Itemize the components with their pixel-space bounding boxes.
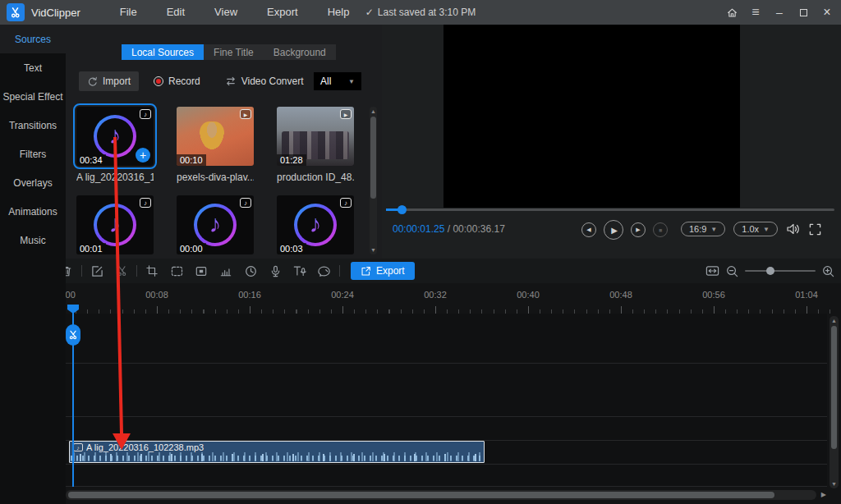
sources-panel: Local Sources Fine Title Background Impo… xyxy=(66,25,382,259)
duration-icon[interactable] xyxy=(238,261,263,281)
export-button[interactable]: Export xyxy=(351,262,415,280)
close-button[interactable]: × xyxy=(818,3,836,21)
convert-arrows-icon xyxy=(225,76,237,86)
menu-view[interactable]: View xyxy=(200,0,252,25)
play-button[interactable]: ▶ xyxy=(604,220,623,240)
menu-file[interactable]: File xyxy=(105,0,152,25)
fit-timeline-icon[interactable] xyxy=(705,265,719,277)
sidebar-item-music[interactable]: Music xyxy=(0,226,66,254)
sidebar-item-text[interactable]: Text xyxy=(0,53,66,82)
edit-clip-icon[interactable] xyxy=(85,261,109,281)
previous-frame-button[interactable]: ◀ xyxy=(581,222,596,237)
ruler-label: 00:32 xyxy=(424,290,447,300)
sidebar-item-transitions[interactable]: Transitions xyxy=(0,111,66,140)
media-filter-dropdown[interactable]: All ▼ xyxy=(314,72,361,90)
timeline-hscrollbar[interactable] xyxy=(66,490,816,500)
duration-badge: 01:28 xyxy=(277,154,306,166)
ruler-label: 00:08 xyxy=(145,290,168,300)
audio-type-icon: ♪ xyxy=(240,198,251,208)
stop-button[interactable]: ■ xyxy=(653,222,668,237)
media-card-audio-4[interactable]: ♪ ♪ 00:03 xyxy=(277,195,354,254)
preview-seekbar[interactable] xyxy=(386,208,834,211)
scroll-down-icon[interactable]: ▼ xyxy=(370,247,377,253)
sidebar-item-animations[interactable]: Animations xyxy=(0,197,66,226)
freeze-frame-icon[interactable] xyxy=(164,261,189,281)
playhead-split-handle[interactable] xyxy=(66,324,80,346)
chevron-down-icon: ▼ xyxy=(348,78,355,85)
pip-track[interactable]: 1 xyxy=(0,364,827,417)
video-convert-button[interactable]: Video Convert xyxy=(217,71,312,91)
tab-fine-title[interactable]: Fine Title xyxy=(204,44,264,60)
video-type-icon: ▶ xyxy=(340,109,352,119)
chevron-down-icon: ▼ xyxy=(710,226,717,233)
media-card-audio-3[interactable]: ♪ ♪ 00:00 xyxy=(177,195,254,254)
next-frame-button[interactable]: ▶ xyxy=(631,222,646,237)
clip-label: A lig_20220316_102238.mp3 xyxy=(86,442,204,452)
duration-badge: 00:34 xyxy=(76,154,106,166)
zoom-out-icon[interactable] xyxy=(726,265,738,277)
tab-background[interactable]: Background xyxy=(264,44,336,60)
sources-scrollbar[interactable]: ▲ ▼ xyxy=(370,107,377,254)
timeline-panel: 00:00 00:08 00:16 00:24 00:32 00:40 00:4… xyxy=(0,283,841,504)
timeline-ruler[interactable]: 00:00 00:08 00:16 00:24 00:32 00:40 00:4… xyxy=(66,290,841,314)
app-title: VidClipper xyxy=(31,7,80,19)
audio-waveform xyxy=(71,452,483,461)
tab-local-sources[interactable]: Local Sources xyxy=(122,44,204,60)
record-button[interactable]: Record xyxy=(145,71,209,91)
music-track-2[interactable]: ♫ 2 xyxy=(0,465,827,487)
vscrollbar-thumb[interactable] xyxy=(831,326,837,449)
timeline-scroll-up-icon[interactable]: ▲ xyxy=(830,318,839,323)
ruler-label: 00:16 xyxy=(238,290,261,300)
sidebar-item-overlays[interactable]: Overlays xyxy=(0,168,66,197)
timeline-scroll-down-icon[interactable]: ▼ xyxy=(830,481,839,487)
menu-help[interactable]: Help xyxy=(313,0,365,25)
scrollbar-thumb[interactable] xyxy=(370,117,376,199)
minimize-button[interactable]: – xyxy=(770,3,788,21)
ruler-label: 00:56 xyxy=(702,290,725,300)
timeline-scroll-right-icon[interactable]: ▶ xyxy=(821,491,826,498)
media-card-audio-1[interactable]: ♪ ♪ 00:34 + A lig_20220316_1... xyxy=(76,107,154,183)
music-note-icon: ♪ xyxy=(310,210,322,238)
duration-badge: 00:01 xyxy=(76,243,106,254)
media-card-audio-2[interactable]: ♪ ♪ 00:01 xyxy=(76,195,154,254)
scroll-up-icon[interactable]: ▲ xyxy=(370,108,377,114)
volume-icon[interactable] xyxy=(786,222,801,236)
maximize-button[interactable] xyxy=(794,3,812,21)
home-icon[interactable] xyxy=(723,3,741,21)
speech-to-text-icon[interactable] xyxy=(312,261,337,281)
mosaic-icon[interactable] xyxy=(189,261,214,281)
hscrollbar-thumb[interactable] xyxy=(68,492,774,498)
timeline-zoom-slider[interactable] xyxy=(745,270,816,272)
seek-knob[interactable] xyxy=(398,205,407,214)
import-button[interactable]: Import xyxy=(79,71,139,91)
split-scissors-icon[interactable] xyxy=(109,261,134,281)
playback-speed-dropdown[interactable]: 1.0x▼ xyxy=(733,222,778,236)
duration-badge: 00:10 xyxy=(177,154,206,166)
text-track[interactable]: 1 xyxy=(0,417,827,441)
crop-icon[interactable] xyxy=(140,261,164,281)
media-card-video-1[interactable]: ▶ 00:10 pexels-diva-plav... xyxy=(177,107,254,183)
timeline-vscrollbar[interactable]: ▲ ▼ xyxy=(830,316,839,488)
sidebar-item-special-effect[interactable]: Special Effect xyxy=(0,82,66,111)
preview-panel: 00:00:01.25 / 00:00:36.17 ◀ ▶ ▶ ■ 16:9▼ … xyxy=(382,25,841,259)
menu-edit[interactable]: Edit xyxy=(152,0,200,25)
hamburger-menu-icon[interactable]: ≡ xyxy=(747,3,765,21)
aspect-ratio-dropdown[interactable]: 16:9▼ xyxy=(681,222,725,236)
sidebar-item-sources[interactable]: Sources xyxy=(0,25,66,53)
sidebar-item-filters[interactable]: Filters xyxy=(0,140,66,168)
music-note-icon: ♪ xyxy=(109,210,122,238)
video-track[interactable] xyxy=(0,314,827,364)
media-card-video-2[interactable]: ▶ 01:28 production ID_48... xyxy=(277,107,354,183)
zoom-slider-knob[interactable] xyxy=(766,267,774,275)
voiceover-mic-icon[interactable] xyxy=(263,261,287,281)
zoom-in-icon[interactable] xyxy=(822,265,834,277)
text-to-speech-icon[interactable] xyxy=(287,261,312,281)
media-name: production ID_48... xyxy=(277,172,354,183)
ruler-label: 00:40 xyxy=(517,290,540,300)
add-to-timeline-button[interactable]: + xyxy=(136,148,150,163)
music-track-1[interactable]: ♫ 1 ♪ A lig_20220316_102238.mp3 xyxy=(0,441,827,465)
audio-clip[interactable]: ♪ A lig_20220316_102238.mp3 xyxy=(69,441,485,463)
audio-mixer-icon[interactable] xyxy=(214,261,238,281)
menu-export[interactable]: Export xyxy=(252,0,313,25)
fullscreen-icon[interactable] xyxy=(809,223,821,236)
